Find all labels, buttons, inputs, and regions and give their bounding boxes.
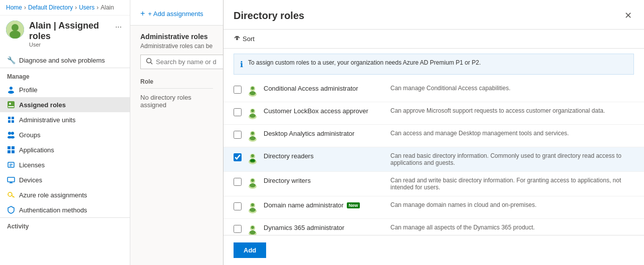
svg-point-15 — [11, 136, 15, 139]
svg-rect-18 — [8, 150, 11, 153]
sidebar-item-groups[interactable]: Groups — [0, 127, 130, 142]
new-badge: New — [347, 202, 360, 208]
svg-point-39 — [250, 91, 256, 95]
svg-point-13 — [11, 132, 14, 135]
svg-point-49 — [250, 136, 256, 140]
search-input[interactable] — [156, 58, 223, 66]
user-subtitle: User — [29, 42, 108, 48]
breadcrumb-current: Alain — [101, 4, 114, 11]
svg-point-29 — [147, 59, 151, 63]
role-icon-dir-writers — [247, 177, 259, 189]
svg-rect-10 — [8, 120, 11, 123]
breadcrumb: Home › Default Directory › Users › Alain — [0, 0, 130, 16]
add-button[interactable]: Add — [234, 242, 266, 258]
main-content: + + Add assignments Administrative roles… — [130, 0, 223, 265]
role-desc-lockbox: Can approve Microsoft support requests t… — [390, 107, 634, 114]
sidebar-assigned-roles-label: Assigned roles — [19, 101, 66, 109]
svg-rect-23 — [8, 177, 15, 182]
svg-rect-19 — [12, 150, 15, 153]
role-row: Directory readers Can read basic directo… — [224, 147, 644, 172]
panel-footer: Add — [224, 235, 644, 265]
close-button[interactable]: ✕ — [622, 8, 634, 23]
sidebar-auth-methods-label: Authentication methods — [19, 206, 87, 214]
svg-rect-17 — [12, 146, 15, 149]
role-name-dynamics: Dynamics 365 administrator — [264, 224, 385, 231]
sidebar-item-admin-units[interactable]: Administrative units — [0, 112, 130, 127]
activity-section-label: Activity — [0, 217, 130, 232]
sort-label: Sort — [243, 35, 255, 43]
role-icon-desktop-analytics — [247, 130, 259, 142]
role-checkbox-dir-readers[interactable] — [234, 153, 242, 161]
sidebar-item-licenses[interactable]: Licenses — [0, 157, 130, 172]
licenses-icon — [7, 161, 15, 169]
breadcrumb-directory[interactable]: Default Directory — [28, 4, 73, 11]
shield-icon — [7, 206, 15, 214]
svg-point-2 — [10, 31, 21, 39]
no-roles-text: No directory roles assigned — [140, 89, 213, 114]
svg-point-38 — [251, 87, 254, 90]
search-icon — [146, 58, 153, 66]
sidebar-diagnose-label: Diagnose and solve problems — [19, 57, 105, 64]
role-checkbox-cond-access[interactable] — [234, 86, 242, 94]
svg-rect-9 — [12, 117, 14, 119]
svg-point-48 — [251, 132, 254, 135]
user-more-menu[interactable]: ··· — [113, 21, 124, 34]
key-icon — [7, 191, 15, 199]
info-banner: ℹ To assign custom roles to a user, your… — [234, 54, 634, 75]
sidebar-item-azure-roles[interactable]: Azure role assignments — [0, 187, 130, 202]
role-name-domain-name: Domain name administrator New — [264, 201, 385, 209]
panel-toolbar: Sort — [224, 30, 644, 49]
role-checkbox-dir-writers[interactable] — [234, 178, 242, 186]
svg-point-43 — [251, 109, 254, 112]
devices-icon — [7, 176, 15, 184]
svg-point-69 — [251, 226, 254, 229]
search-box[interactable] — [140, 55, 223, 69]
role-name-cond-access: Conditional Access administrator — [264, 85, 385, 92]
panel-title: Directory roles — [234, 10, 304, 22]
breadcrumb-users[interactable]: Users — [79, 4, 94, 11]
sidebar-item-assigned-roles[interactable]: Assigned roles — [0, 97, 130, 112]
role-desc-cond-access: Can manage Conditional Access capabiliti… — [390, 85, 634, 92]
sidebar-admin-units-label: Administrative units — [19, 116, 76, 124]
role-desc-domain-name: Can manage domain names in cloud and on-… — [390, 201, 634, 208]
sidebar-item-applications[interactable]: Applications — [0, 142, 130, 157]
table-header: Role — [140, 75, 213, 89]
add-assignments-button[interactable]: + + Add assignments — [140, 7, 203, 20]
svg-rect-20 — [8, 162, 14, 167]
svg-point-26 — [8, 192, 12, 196]
left-panel: Home › Default Directory › Users › Alain… — [0, 0, 130, 265]
info-icon: ℹ — [240, 60, 243, 69]
sort-button[interactable]: Sort — [234, 35, 255, 43]
sidebar-item-profile[interactable]: Profile — [0, 82, 130, 97]
role-checkbox-domain-name[interactable] — [234, 202, 242, 210]
admin-role-title: Administrative roles — [140, 33, 213, 41]
svg-line-30 — [151, 63, 153, 65]
sidebar-azure-roles-label: Azure role assignments — [19, 191, 87, 199]
svg-rect-55 — [251, 159, 255, 162]
role-desc-dynamics: Can manage all aspects of the Dynamics 3… — [390, 224, 634, 231]
admin-role-section: Administrative roles Administrative role… — [130, 26, 223, 121]
profile-icon — [7, 86, 15, 94]
role-checkbox-lockbox[interactable] — [234, 108, 242, 116]
info-text: To assign custom roles to a user, your o… — [248, 59, 481, 66]
admin-units-icon — [7, 116, 15, 124]
role-checkbox-dynamics[interactable] — [234, 225, 242, 233]
role-checkbox-desktop-analytics[interactable] — [234, 131, 242, 139]
role-row: Dynamics 365 administrator Can manage al… — [224, 219, 644, 235]
role-icon-dynamics — [247, 224, 259, 235]
user-full-label: Alain | Assigned roles — [29, 21, 108, 42]
svg-point-4 — [8, 91, 14, 94]
role-icon-lockbox — [247, 107, 259, 119]
sidebar-item-auth-methods[interactable]: Authentication methods — [0, 202, 130, 217]
svg-rect-11 — [12, 120, 14, 123]
role-desc-dir-readers: Can read basic directory information. Co… — [390, 152, 634, 166]
role-row: Desktop Analytics administrator Can acce… — [224, 125, 644, 147]
assigned-roles-icon — [7, 101, 15, 109]
sidebar-item-devices[interactable]: Devices — [0, 172, 130, 187]
breadcrumb-home[interactable]: Home — [6, 4, 22, 11]
role-name-dir-writers: Directory writers — [264, 177, 385, 184]
role-name-lockbox: Customer LockBox access approver — [264, 107, 385, 115]
sidebar-licenses-label: Licenses — [19, 161, 45, 169]
avatar — [6, 21, 24, 39]
sidebar-item-diagnose[interactable]: 🔧 Diagnose and solve problems — [0, 53, 130, 68]
